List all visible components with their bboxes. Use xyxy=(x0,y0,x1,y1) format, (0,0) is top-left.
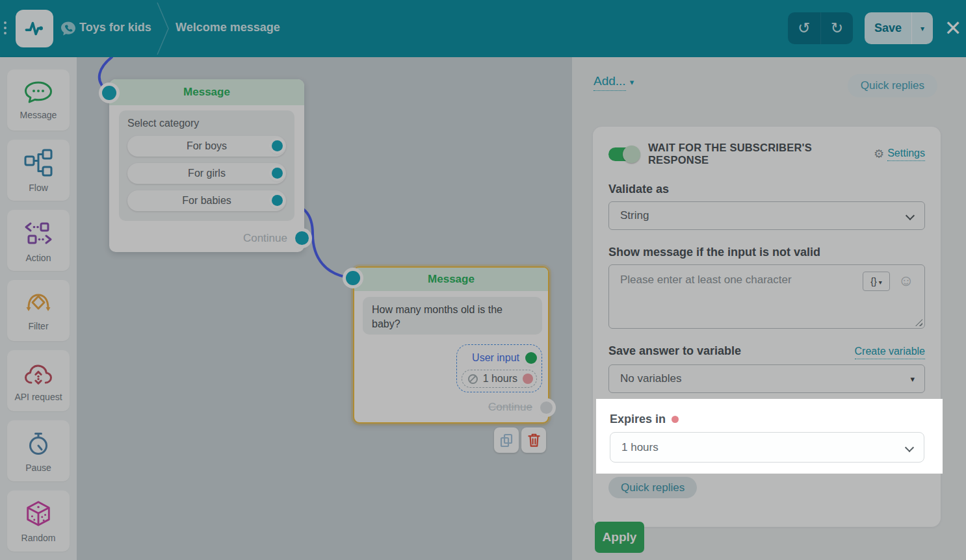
timeout-label: 1 hours xyxy=(483,373,517,385)
close-icon: × xyxy=(945,12,961,43)
sidebar-item-message[interactable]: Message xyxy=(7,70,70,131)
save-dropdown-button[interactable]: ▾ xyxy=(911,12,933,44)
quick-replies-button-bottom[interactable]: Quick replies xyxy=(608,477,697,498)
expires-in-section-highlighted: Expires in 1 hours xyxy=(596,399,943,474)
expires-in-label: Expires in xyxy=(610,413,666,426)
dice-icon xyxy=(23,499,53,529)
app-logo[interactable] xyxy=(16,10,53,47)
sidebar-item-action[interactable]: Action xyxy=(7,210,70,271)
sidebar-item-random[interactable]: Random xyxy=(7,490,70,552)
output-port[interactable] xyxy=(272,140,283,151)
input-port[interactable] xyxy=(346,271,360,285)
breadcrumb-bot-name[interactable]: Toys for kids xyxy=(79,21,151,34)
output-port[interactable] xyxy=(272,195,283,206)
sidebar-item-label: Flow xyxy=(29,183,48,193)
speech-bubble-icon xyxy=(23,80,54,106)
stopwatch-icon xyxy=(23,429,53,459)
sidebar-item-label: Action xyxy=(26,253,51,263)
settings-panel: Add...▾ Quick replies WAIT FOR THE SUBSC… xyxy=(572,57,966,560)
wait-response-label: WAIT FOR THE SUBSCRIBER'S RESPONSE xyxy=(648,142,874,166)
continue-port xyxy=(540,401,553,414)
input-port[interactable] xyxy=(102,86,116,100)
create-variable-link[interactable]: Create variable xyxy=(855,346,926,359)
redo-icon: ↻ xyxy=(831,19,843,37)
user-input-settings-card: WAIT FOR THE SUBSCRIBER'S RESPONSE ⚙ Set… xyxy=(593,127,941,527)
continue-label: Continue xyxy=(243,232,287,245)
braces-icon: {} xyxy=(870,276,876,286)
message-node-baby-age[interactable]: Message How many months old is the baby?… xyxy=(353,266,549,424)
reply-button-for-babies[interactable]: For babies xyxy=(127,190,286,211)
add-element-dropdown[interactable]: Add...▾ xyxy=(594,74,634,88)
variable-select[interactable]: No variables ▾ xyxy=(608,364,925,393)
insert-variable-button[interactable]: {}▾ xyxy=(863,272,890,291)
breadcrumb-separator xyxy=(155,0,172,57)
topbar: Toys for kids Welcome message ↺ ↻ Save ▾… xyxy=(0,0,966,57)
message-node-select-category[interactable]: Message Select category For boys For gir… xyxy=(109,79,304,252)
sidebar-item-label: API request xyxy=(14,392,62,402)
copy-icon xyxy=(499,432,514,449)
undo-button[interactable]: ↺ xyxy=(788,12,820,44)
validate-as-select[interactable]: String xyxy=(608,201,925,230)
smiley-icon: ☺ xyxy=(898,272,914,289)
sidebar-item-filter[interactable]: Filter xyxy=(7,280,70,341)
required-dot-icon xyxy=(672,416,679,423)
sidebar-item-api-request[interactable]: API request xyxy=(7,350,70,411)
reply-button-label: For girls xyxy=(188,168,226,179)
message-text: Select category xyxy=(127,118,286,129)
close-editor-button[interactable]: × xyxy=(940,12,966,44)
chevron-down-icon: ▾ xyxy=(920,24,924,33)
settings-link[interactable]: ⚙ Settings xyxy=(874,147,925,161)
delete-node-button[interactable] xyxy=(521,427,546,453)
chevron-down-icon xyxy=(906,211,915,220)
sidebar-item-label: Filter xyxy=(28,321,48,331)
quick-replies-button-top[interactable]: Quick replies xyxy=(848,74,937,97)
gear-icon: ⚙ xyxy=(874,147,884,161)
reply-button-label: For boys xyxy=(187,140,227,152)
redo-button[interactable]: ↻ xyxy=(820,12,853,44)
chevron-down-icon: ▾ xyxy=(879,279,882,286)
output-port[interactable] xyxy=(272,168,283,179)
caret-down-icon: ▾ xyxy=(910,374,915,384)
grip-dots-icon[interactable] xyxy=(4,19,7,37)
node-header: Message xyxy=(109,79,304,105)
timeout-port[interactable] xyxy=(523,374,533,384)
node-action-buttons xyxy=(494,427,546,453)
variable-select-value: No variables xyxy=(620,372,682,385)
user-input-label[interactable]: User input xyxy=(472,352,519,364)
node-header: Message xyxy=(354,268,548,291)
duplicate-node-button[interactable] xyxy=(494,427,519,453)
flow-canvas[interactable]: Message Select category For boys For gir… xyxy=(77,57,572,560)
code-blocks-icon xyxy=(23,218,54,249)
sidebar-item-flow[interactable]: Flow xyxy=(7,140,70,201)
trash-icon xyxy=(527,432,542,448)
continue-output-disabled: Continue xyxy=(488,401,547,414)
expires-in-select[interactable]: 1 hours xyxy=(610,432,924,463)
reply-button-for-girls[interactable]: For girls xyxy=(127,163,286,184)
validate-as-label: Validate as xyxy=(608,183,925,196)
viber-channel-icon xyxy=(60,20,77,37)
cloud-sync-icon xyxy=(23,359,54,388)
apply-button[interactable]: Apply xyxy=(595,522,644,553)
timeout-row[interactable]: 1 hours xyxy=(462,370,537,388)
sidebar-item-pause[interactable]: Pause xyxy=(7,420,70,481)
emoji-picker-button[interactable]: ☺ xyxy=(898,273,914,288)
no-reply-icon xyxy=(468,374,478,384)
wait-response-toggle[interactable] xyxy=(608,147,638,161)
invalid-message-field: Please enter at least one character {}▾ … xyxy=(608,264,925,329)
save-button-group: Save ▾ xyxy=(865,12,933,44)
user-input-group[interactable]: User input 1 hours xyxy=(456,344,542,392)
continue-output[interactable]: Continue xyxy=(243,231,303,245)
reply-button-for-boys[interactable]: For boys xyxy=(127,136,286,157)
breadcrumb-flow-name: Welcome message xyxy=(176,21,280,34)
settings-label: Settings xyxy=(887,147,925,161)
split-diamond-icon xyxy=(23,290,54,317)
pulse-icon xyxy=(22,16,47,41)
chevron-down-icon: ▾ xyxy=(630,77,634,87)
save-button[interactable]: Save xyxy=(865,12,911,44)
chevron-down-icon xyxy=(905,443,914,452)
user-input-port[interactable] xyxy=(525,352,537,364)
node-title: Message xyxy=(183,86,230,99)
invalid-message-label: Show message if the input is not valid xyxy=(608,246,925,259)
continue-port[interactable] xyxy=(295,231,309,245)
save-answer-label: Save answer to variable xyxy=(608,344,741,358)
